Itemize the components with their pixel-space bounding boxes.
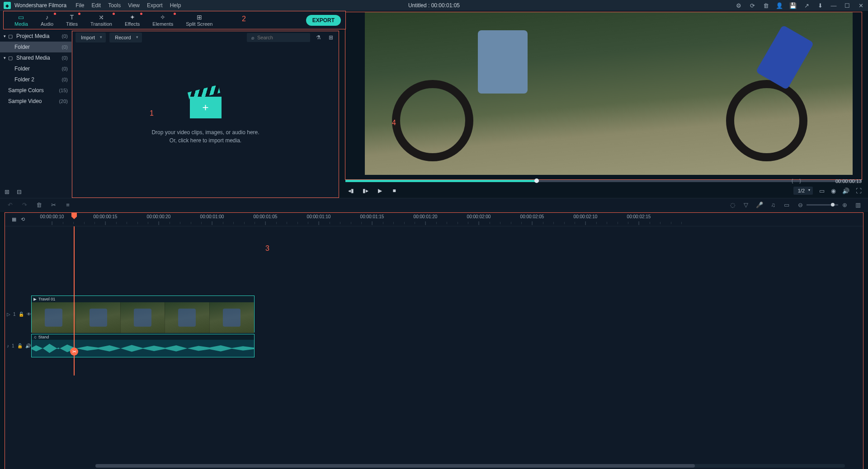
stop-button[interactable]: ■ (389, 188, 400, 194)
zoom-slider[interactable] (807, 204, 838, 206)
marker-icon[interactable]: ▽ (742, 202, 750, 208)
split-icon[interactable]: ✂ (50, 202, 57, 208)
toolbar-split screen-icon: ⊞ (197, 14, 202, 21)
sidebar-item-sample-colors[interactable]: Sample Colors(15) (0, 85, 71, 96)
audio-track-lock-icon[interactable]: 🔓 (17, 343, 23, 348)
export-button[interactable]: EXPORT (306, 15, 341, 26)
menu-help[interactable]: Help (170, 2, 181, 9)
maximize-icon[interactable]: ☐ (844, 2, 851, 9)
ruler-tool-2-icon[interactable]: ⟲ (21, 216, 25, 222)
preview-video-frame[interactable] (365, 12, 853, 175)
delete-folder-icon[interactable]: ⊟ (17, 188, 22, 195)
toolbar-audio-icon: ♪ (46, 14, 49, 21)
video-track: ▷ 1 🔓 👁 ▶Travel 01 (5, 295, 863, 333)
video-clip[interactable]: ▶Travel 01 (31, 295, 255, 333)
share-icon[interactable]: ↗ (803, 2, 810, 9)
annotation-1: 1 (150, 109, 154, 117)
playhead[interactable]: ✂ (74, 226, 75, 375)
titlebar: ◆ Wondershare Filmora File Edit Tools Vi… (0, 0, 868, 11)
video-track-visibility-icon[interactable]: 👁 (27, 312, 31, 317)
preview-ratio-dropdown[interactable]: 1/2 (793, 187, 813, 195)
timeline-ruler[interactable]: ▦ ⟲ 00:00:00:1000:00:00:1500:00:00:2000:… (5, 213, 863, 226)
refresh-icon[interactable]: ⟳ (749, 2, 756, 9)
ruler-major-tick: 00:00:01:20 (414, 214, 438, 219)
menu-tools[interactable]: Tools (108, 2, 121, 9)
menu-view[interactable]: View (128, 2, 140, 9)
settings-icon[interactable]: ⚙ (735, 2, 742, 9)
ruler-major-tick: 00:00:01:10 (307, 214, 331, 219)
sidebar-item-project-media[interactable]: ▾▢Project Media(0) (0, 31, 71, 42)
minimize-icon[interactable]: — (830, 2, 837, 9)
account-icon[interactable]: 👤 (776, 2, 783, 9)
voiceover-icon[interactable]: 🎤 (756, 202, 763, 208)
menu-edit[interactable]: Edit (92, 2, 101, 9)
crop-icon[interactable]: ▭ (783, 202, 790, 208)
chevron-down-icon: ▾ (4, 56, 8, 60)
preview-progress[interactable]: {} 00:00:00:13 (345, 180, 862, 182)
toolbar-titles[interactable]: TTitles (60, 14, 84, 27)
chevron-down-icon: ▾ (4, 34, 8, 38)
zoom-in-icon[interactable]: ⊕ (841, 202, 848, 208)
record-dropdown[interactable]: Record (109, 33, 142, 42)
ruler-major-tick: 00:00:02:05 (520, 214, 544, 219)
audio-clip[interactable]: ♫Stand (31, 334, 255, 357)
video-track-lock-icon[interactable]: 🔓 (19, 312, 24, 317)
render-icon[interactable]: ◌ (729, 202, 736, 208)
media-sidebar: ▾▢Project Media(0)Folder(0)▾▢Shared Medi… (0, 11, 72, 198)
zoom-out-icon[interactable]: ⊖ (797, 202, 804, 208)
redo-icon[interactable]: ↷ (21, 202, 28, 208)
audio-track-mute-icon[interactable]: 🔊 (25, 343, 31, 348)
new-folder-icon[interactable]: ⊞ (5, 188, 9, 195)
toolbar-transition-icon: ⤨ (99, 14, 104, 21)
zoom-fit-icon[interactable]: ▥ (854, 202, 862, 208)
sidebar-item-sample-video[interactable]: Sample Video(20) (0, 96, 71, 107)
toolbar-effects[interactable]: ✦Effects (118, 14, 146, 27)
search-input[interactable] (257, 35, 298, 40)
toolbar-transition[interactable]: ⤨Transition (84, 14, 118, 27)
close-icon[interactable]: ✕ (857, 2, 864, 9)
filter-icon[interactable]: ⚗ (314, 34, 323, 41)
video-track-number: 1 (13, 312, 16, 317)
preview-volume-icon[interactable]: 🔊 (842, 188, 849, 194)
marker-brackets: {} (792, 178, 807, 183)
preview-quality-icon[interactable]: ▭ (819, 188, 825, 194)
folder-icon: ▢ (8, 33, 14, 39)
ruler-major-tick: 00:00:00:20 (147, 214, 171, 219)
undo-icon[interactable]: ↶ (6, 202, 14, 208)
toolbar-media[interactable]: ▭Media (8, 14, 34, 27)
menu-file[interactable]: File (75, 2, 84, 9)
save-icon[interactable]: 💾 (789, 2, 797, 9)
sidebar-item-shared-media[interactable]: ▾▢Shared Media(0) (0, 52, 71, 63)
fullscreen-icon[interactable]: ⛶ (856, 188, 862, 194)
toolbar-elements[interactable]: ✧Elements (146, 14, 179, 27)
prev-frame-button[interactable]: ◂▮ (345, 188, 356, 194)
document-title: Untitled : 00:00:01:05 (408, 2, 460, 9)
timeline-scrollbar[interactable] (95, 464, 845, 468)
play-button[interactable]: ▶ (374, 188, 385, 194)
download-icon[interactable]: ⬇ (816, 2, 824, 9)
snapshot-icon[interactable]: ◉ (831, 188, 836, 194)
trash-icon[interactable]: 🗑 (762, 2, 769, 9)
ruler-tool-1-icon[interactable]: ▦ (12, 216, 16, 222)
ruler-major-tick: 00:00:01:05 (254, 214, 278, 219)
edit-tools-icon[interactable]: ≡ (64, 202, 71, 208)
clip-play-icon: ▶ (33, 297, 37, 301)
playhead-split-icon[interactable]: ✂ (70, 347, 78, 356)
search-box[interactable]: ⌕ (247, 33, 310, 42)
sidebar-item-folder-2[interactable]: Folder 2(0) (0, 74, 71, 85)
delete-icon[interactable]: 🗑 (35, 202, 42, 208)
toolbar-effects-icon: ✦ (130, 14, 135, 21)
toolbar-audio[interactable]: ♪Audio (34, 14, 60, 27)
app-logo-icon: ◆ (4, 2, 11, 9)
media-drop-zone[interactable]: + Drop your video clips, images, or audi… (72, 44, 339, 189)
sidebar-item-folder[interactable]: Folder(0) (0, 63, 71, 74)
ruler-major-tick: 00:00:02:10 (574, 214, 598, 219)
sidebar-item-folder[interactable]: Folder(0) (0, 42, 71, 52)
menu-export[interactable]: Export (147, 2, 163, 9)
import-dropdown[interactable]: Import (75, 33, 106, 42)
grid-view-icon[interactable]: ⊞ (326, 34, 335, 41)
next-frame-button[interactable]: ▮▸ (360, 188, 371, 194)
audio-mixer-icon[interactable]: ♫ (769, 202, 777, 208)
video-track-type-icon: ▷ (7, 312, 10, 317)
toolbar-split-screen[interactable]: ⊞Split Screen (179, 14, 219, 27)
